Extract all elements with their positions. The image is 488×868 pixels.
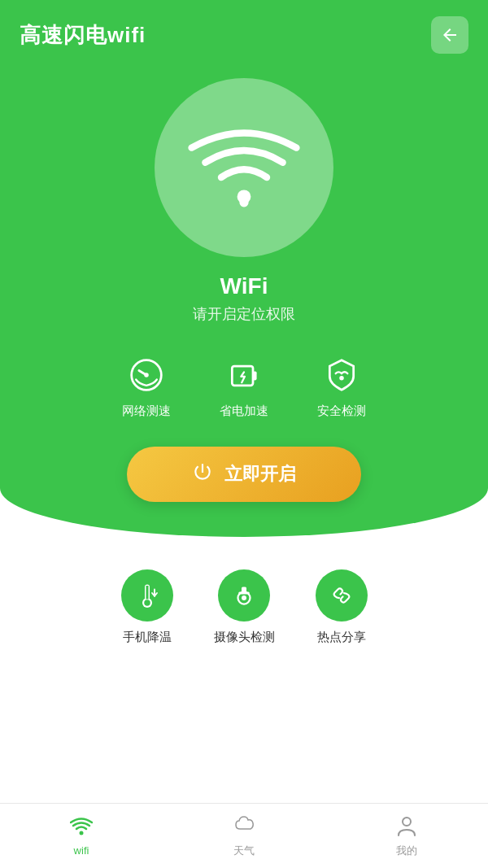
svg-point-0: [237, 190, 251, 203]
power-icon: [192, 461, 213, 487]
tab-mine-icon: [395, 814, 418, 840]
feature-speed[interactable]: 网络测速: [122, 353, 171, 419]
back-button[interactable]: [431, 16, 468, 54]
tab-weather-icon: [233, 814, 255, 840]
feature-speed-label: 网络测速: [122, 403, 171, 419]
features-row: 网络测速 省电加速 安全检测: [122, 353, 366, 419]
service-cooling-label: 手机降温: [123, 630, 172, 645]
start-button-label: 立即开启: [224, 462, 296, 486]
service-cooling[interactable]: 手机降温: [121, 569, 173, 645]
link-icon: [316, 569, 368, 622]
feature-security-label: 安全检测: [317, 403, 366, 419]
svg-rect-14: [238, 592, 250, 595]
tab-weather[interactable]: 天气: [163, 814, 325, 858]
service-hotspot[interactable]: 热点分享: [316, 569, 368, 645]
speedometer-icon: [124, 353, 168, 397]
svg-rect-4: [253, 371, 257, 380]
svg-point-16: [403, 818, 411, 826]
services-row: 手机降温 摄像头检测 热点分享: [16, 569, 472, 645]
tab-wifi-icon: [70, 815, 93, 841]
feature-battery[interactable]: 省电加速: [220, 353, 268, 419]
feature-security[interactable]: 安全检测: [317, 353, 366, 419]
header: 高速闪电wifi: [0, 0, 488, 54]
tab-mine[interactable]: 我的: [325, 814, 488, 858]
svg-point-8: [144, 600, 150, 606]
tab-bar: wifi 天气 我的: [0, 803, 488, 868]
battery-icon: [222, 353, 266, 397]
feature-battery-label: 省电加速: [220, 403, 268, 419]
tab-wifi-label: wifi: [74, 844, 89, 857]
wifi-subtitle: 请开启定位权限: [193, 304, 295, 324]
app-title: 高速闪电wifi: [20, 21, 146, 50]
top-section: 高速闪电wifi WiFi 请开启定位权限: [0, 0, 488, 537]
camera-icon: [218, 569, 270, 622]
svg-rect-9: [146, 586, 148, 600]
svg-point-15: [80, 831, 84, 835]
svg-point-12: [242, 595, 246, 600]
thermometer-icon: [121, 569, 173, 622]
svg-point-5: [339, 376, 344, 381]
service-camera[interactable]: 摄像头检测: [214, 569, 275, 645]
start-button[interactable]: 立即开启: [127, 447, 361, 502]
wifi-large-icon: [187, 109, 301, 226]
tab-mine-label: 我的: [396, 844, 417, 858]
service-camera-label: 摄像头检测: [214, 630, 275, 645]
wifi-name: WiFi: [220, 273, 268, 299]
tab-wifi[interactable]: wifi: [0, 815, 163, 857]
tab-weather-label: 天气: [233, 844, 255, 858]
bottom-section: 手机降温 摄像头检测 热点分享: [0, 537, 488, 645]
svg-point-2: [144, 373, 149, 377]
wifi-circle: [155, 78, 333, 257]
service-hotspot-label: 热点分享: [317, 630, 366, 645]
shield-icon: [320, 353, 364, 397]
